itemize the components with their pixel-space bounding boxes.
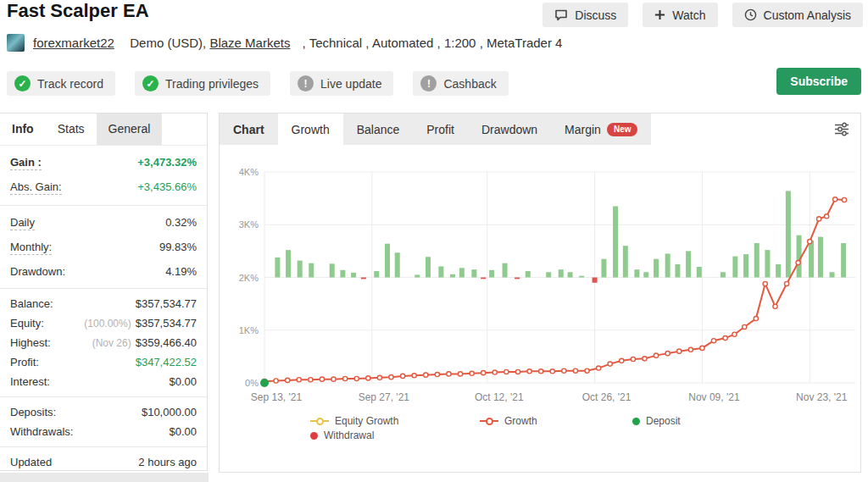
tab-growth[interactable]: Growth <box>278 114 343 145</box>
x-axis-labels: Sep 13, '21Sep 27, '21Oct 12, '21Oct 26,… <box>251 391 848 403</box>
tab-drawdown[interactable]: Drawdown <box>468 114 551 145</box>
chart-settings-button[interactable] <box>832 120 852 141</box>
watch-button[interactable]: Watch <box>643 3 717 27</box>
account-line: forexmarket22 Demo (USD), Blaze Markets … <box>33 36 562 50</box>
legend-dot <box>632 418 640 425</box>
status-badges: ✓Track record✓Trading privileges!Live up… <box>7 71 509 96</box>
stat-label: Gain : <box>10 156 42 170</box>
badge-track-record: ✓Track record <box>7 71 115 96</box>
legend-ring <box>486 418 493 425</box>
svg-text:3K%: 3K% <box>239 219 259 230</box>
sidebar-tabs: InfoStatsGeneral <box>0 114 207 146</box>
stat-row-equity: Equity:(100.00%)$357,534.77 <box>0 313 207 333</box>
custom-analysis-button[interactable]: Custom Analysis <box>732 3 863 27</box>
account-details-text: , Technical , Automated , 1:200 , MetaTr… <box>298 36 562 50</box>
stat-label: Deposits: <box>10 406 56 418</box>
stat-label: Equity: <box>10 317 44 330</box>
badge-trading-privileges: ✓Trading privileges <box>135 71 270 96</box>
stat-group: Daily0.32%Monthly:99.83%Drawdown:4.19% <box>0 206 207 289</box>
stat-value-prefix: (Nov 26) <box>92 337 131 349</box>
check-circle-icon: ✓ <box>142 75 159 91</box>
legend-growth[interactable]: Growth <box>480 415 537 427</box>
subscribe-button[interactable]: Subscribe <box>776 68 861 95</box>
badge-label: Cashback <box>443 77 496 91</box>
header-actions: DiscussWatchCustom Analysis <box>542 3 863 27</box>
stat-value: $347,422.52 <box>136 356 197 368</box>
tab-stats[interactable]: Stats <box>46 114 97 145</box>
svg-text:4K%: 4K% <box>239 167 259 177</box>
stat-row-abs-gain: Abs. Gain:+3,435.66% <box>0 175 207 200</box>
y-axis-labels: 0%1K%2K%3K%4K% <box>239 167 259 388</box>
stat-label: Withdrawals: <box>10 425 73 438</box>
stat-row-gain: Gain :+3,473.32% <box>0 151 207 175</box>
stat-row-updated: Updated2 hours ago <box>0 452 207 472</box>
tab-general[interactable]: General <box>97 114 163 145</box>
daily-profit-bars <box>275 191 846 282</box>
stat-label: Monthly: <box>10 241 52 255</box>
tab-label: Profit <box>426 123 454 136</box>
stat-label: Abs. Gain: <box>10 180 62 195</box>
stat-group: Gain :+3,473.32%Abs. Gain:+3,435.66% <box>0 146 207 206</box>
legend-withdrawal[interactable]: Withdrawal <box>310 429 374 441</box>
account-type-text: Demo (USD), <box>123 36 210 50</box>
stat-value: $10,000.00 <box>142 406 197 418</box>
account-row: forexmarket22 Demo (USD), Blaze Markets … <box>7 34 562 52</box>
stat-value: 4.19% <box>165 265 197 278</box>
stat-row-drawdown: Drawdown:4.19% <box>0 260 207 283</box>
svg-text:1K%: 1K% <box>239 325 259 335</box>
tab-balance[interactable]: Balance <box>343 114 414 145</box>
svg-text:Sep 13, '21: Sep 13, '21 <box>251 391 303 403</box>
legend-line-marker <box>310 418 329 424</box>
account-avatar[interactable] <box>7 34 25 52</box>
legend-label: Growth <box>504 415 537 427</box>
chart-tabs: ChartGrowthBalanceProfitDrawdownMarginNe… <box>220 114 651 145</box>
svg-text:2K%: 2K% <box>239 273 259 283</box>
stat-label: Balance: <box>10 297 53 310</box>
tab-profit[interactable]: Profit <box>413 114 468 145</box>
tab-label: Drawdown <box>481 123 537 136</box>
page-title: Fast Scalper EA <box>7 0 149 22</box>
svg-text:Sep 27, '21: Sep 27, '21 <box>359 391 410 403</box>
stat-row-balance: Balance:$357,534.77 <box>0 294 207 313</box>
stat-label: Profit: <box>10 356 39 368</box>
badge-live-update: !Live update <box>290 71 393 96</box>
svg-text:Oct 26, '21: Oct 26, '21 <box>582 391 632 403</box>
stat-value: 99.83% <box>159 241 197 253</box>
new-badge: New <box>607 123 638 136</box>
tab-label: Chart <box>233 123 264 136</box>
stat-value: 2 hours ago <box>138 456 197 468</box>
tab-chart[interactable]: Chart <box>220 114 278 145</box>
discuss-button[interactable]: Discuss <box>542 3 628 27</box>
legend-equity-growth[interactable]: Equity Growth <box>310 415 398 427</box>
badge-label: Live update <box>320 77 381 91</box>
tab-margin[interactable]: MarginNew <box>551 114 651 145</box>
stat-value: $0.00 <box>169 375 197 388</box>
badge-label: Trading privileges <box>165 77 259 91</box>
stat-row-highest: Highest:(Nov 26)$359,466.40 <box>0 333 207 352</box>
stat-row-withdrawals: Withdrawals:$0.00 <box>0 422 207 441</box>
sidebar-bottom-strip <box>0 473 209 482</box>
username-link[interactable]: forexmarket22 <box>33 36 114 50</box>
growth-chart[interactable]: 0%1K%2K%3K%4K%Sep 13, '21Sep 27, '21Oct … <box>226 152 857 431</box>
stat-row-profit: Profit:$347,422.52 <box>0 352 207 372</box>
legend-label: Withdrawal <box>324 429 374 441</box>
stat-row-interest: Interest:$0.00 <box>0 372 207 391</box>
chart-legend: Equity GrowthGrowthDepositWithdrawal <box>220 415 860 449</box>
legend-label: Equity Growth <box>335 415 398 427</box>
stat-value: 0.32% <box>165 216 197 229</box>
plus-icon <box>654 9 665 20</box>
tab-info[interactable]: Info <box>0 114 46 145</box>
deposit-marker <box>260 379 269 387</box>
exclamation-circle-icon: ! <box>420 75 437 91</box>
growth-line <box>262 197 846 384</box>
check-circle-icon: ✓ <box>14 75 31 91</box>
legend-deposit[interactable]: Deposit <box>632 415 681 427</box>
stat-value: $357,534.77 <box>136 297 197 310</box>
broker-link[interactable]: Blaze Markets <box>209 36 290 50</box>
watch-label: Watch <box>672 9 705 21</box>
sidebar-stats-list: Gain :+3,473.32%Abs. Gain:+3,435.66%Dail… <box>0 146 207 482</box>
chart-panel: ChartGrowthBalanceProfitDrawdownMarginNe… <box>219 113 861 473</box>
stat-label: Drawdown: <box>10 265 65 278</box>
stat-value: (Nov 26)$359,466.40 <box>92 336 197 349</box>
exclamation-circle-icon: ! <box>298 75 314 91</box>
